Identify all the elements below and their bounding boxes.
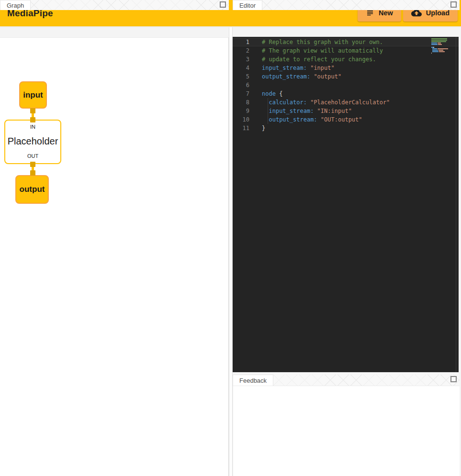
node-output-label: output (20, 185, 45, 194)
maximize-icon[interactable] (220, 1, 226, 8)
code-line[interactable]: 9 input_stream: "IN:input" (233, 107, 459, 115)
vertical-splitter[interactable] (229, 27, 233, 476)
node-out-port-label: OUT (27, 153, 38, 159)
minimap-line (431, 41, 450, 42)
output-port-dot (30, 162, 35, 167)
editor-tabstrip: Editor (233, 0, 460, 10)
code-text: input_stream: "IN:input" (262, 107, 352, 115)
graph-node-placeholder[interactable]: IN Placeholder OUT (4, 120, 61, 164)
minimap-line (431, 45, 450, 46)
line-number: 2 (233, 46, 249, 55)
line-number: 8 (233, 98, 249, 107)
input-port-dot (30, 170, 35, 176)
code-line[interactable]: 7node { (233, 89, 459, 98)
node-placeholder-label: Placeholder (8, 136, 58, 147)
tab-feedback[interactable]: Feedback (233, 375, 273, 386)
code-text: # The graph view will automatically (262, 46, 383, 55)
code-line[interactable]: 2# The graph view will automatically (233, 46, 459, 55)
minimap-line (431, 53, 450, 54)
code-line[interactable]: 3# update to reflect your changes. (233, 55, 459, 64)
minimap-line (431, 48, 450, 49)
code-text: node { (262, 89, 282, 98)
node-input-label: input (23, 90, 43, 100)
maximize-icon[interactable] (450, 1, 457, 8)
code-text: } (262, 124, 265, 133)
graph-tabstrip: Graph (0, 0, 229, 10)
upload-button-label: Upload (426, 9, 450, 17)
feedback-content (233, 386, 460, 476)
line-number: 11 (233, 124, 249, 133)
line-number: 7 (233, 89, 249, 98)
graph-canvas[interactable]: input IN Placeholder OUT output (0, 37, 229, 476)
overview-ruler (456, 37, 456, 372)
line-number: 9 (233, 107, 249, 115)
line-number: 6 (233, 81, 249, 89)
editor-minimap[interactable] (431, 38, 450, 54)
minimap-line (431, 50, 450, 51)
line-number: 4 (233, 64, 249, 72)
code-text: input_stream: "input" (262, 64, 335, 72)
minimap-line (431, 38, 450, 39)
tab-graph-label: Graph (7, 2, 24, 9)
minimap-line (431, 40, 450, 41)
minimap-line (431, 47, 450, 48)
output-port-dot (30, 108, 35, 113)
minimap-line (431, 44, 450, 45)
feedback-tabstrip: Feedback (233, 375, 460, 386)
line-number: 10 (233, 115, 249, 124)
editor-lines[interactable]: 1# Replace this graph with your own.2# T… (233, 37, 459, 372)
line-number: 5 (233, 72, 249, 81)
code-line[interactable]: 1# Replace this graph with your own. (233, 38, 459, 46)
code-line[interactable]: 10 output_stream: "OUT:output" (233, 115, 459, 124)
code-line[interactable]: 11} (233, 124, 459, 133)
node-in-port-label: IN (30, 124, 35, 130)
new-button-label: New (379, 9, 393, 17)
tab-graph[interactable]: Graph (0, 0, 31, 10)
input-port-dot (30, 117, 35, 122)
tab-editor[interactable]: Editor (233, 0, 262, 10)
line-number: 1 (233, 38, 249, 46)
graph-node-input[interactable]: input (19, 81, 47, 109)
minimap-line (431, 51, 450, 52)
code-line[interactable]: 4input_stream: "input" (233, 64, 459, 72)
minimap-line (431, 43, 450, 44)
graph-node-output[interactable]: output (15, 175, 49, 204)
maximize-icon[interactable] (450, 376, 457, 382)
tab-feedback-label: Feedback (239, 377, 267, 384)
code-line[interactable]: 6 (233, 81, 459, 89)
code-line[interactable]: 5output_stream: "output" (233, 72, 459, 81)
code-line[interactable]: 8 calculator: "PlaceholderCalculator" (233, 98, 459, 107)
code-text: # Replace this graph with your own. (262, 38, 383, 46)
code-editor[interactable]: 1# Replace this graph with your own.2# T… (233, 37, 459, 372)
tab-editor-label: Editor (239, 2, 256, 9)
code-text: output_stream: "OUT:output" (262, 115, 362, 124)
code-text: calculator: "PlaceholderCalculator" (262, 98, 390, 107)
code-text: output_stream: "output" (262, 72, 341, 81)
line-number: 3 (233, 55, 249, 64)
code-text: # update to reflect your changes. (262, 55, 376, 64)
